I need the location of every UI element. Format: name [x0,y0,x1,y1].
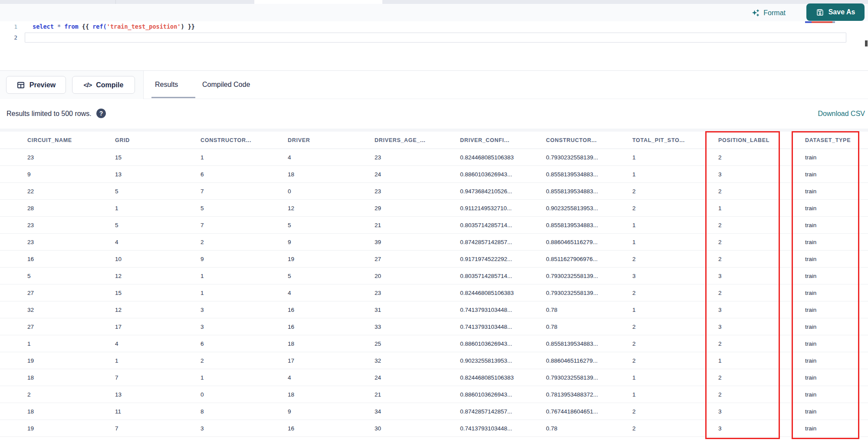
table-cell: 4 [288,154,375,161]
table-cell: 33 [375,324,460,330]
table-cell: 23 [375,290,460,296]
active-file-tab[interactable] [254,0,382,4]
table-cell: 1 [115,205,201,212]
table-row: 231514230.8244680851063830.7930232558139… [0,149,868,166]
table-cell: train [805,408,868,415]
table-cell: 1 [718,357,805,364]
table-cell: 12 [288,205,375,212]
table-cell: 0 [288,188,375,195]
table-cell: 0.8742857142857... [460,239,546,245]
table-cell: 3 [201,324,288,330]
column-header-dataset_type: DATASET_TYPE [805,137,868,143]
table-cell: 16 [288,307,375,313]
table-cell: 2 [718,222,805,228]
table-cell: 4 [288,290,375,296]
table-cell: train [805,256,868,262]
table-cell: 0.8558139534883... [546,171,632,178]
table-cell: 0.9023255813953... [546,205,632,212]
tab-results[interactable]: Results [155,71,178,99]
table-cell: 29 [375,205,460,212]
table-cell: 1 [632,307,718,313]
table-cell: 2 [632,256,718,262]
table-cell: 20 [375,273,460,279]
cursor-line-highlight [25,33,846,43]
table-cell: 0.8558139534883... [546,222,632,228]
table-cell: 0.8035714285714... [460,273,546,279]
table-cell: 31 [375,307,460,313]
table-cell: 1 [201,273,288,279]
line-number-2: 2 [0,32,17,43]
table-cell: 0.9112149532710... [460,205,546,212]
table-cell: 3 [718,273,805,279]
table-cell: 2 [718,374,805,381]
preview-button[interactable]: Preview [6,76,66,94]
table-cell: 3 [201,425,288,432]
compile-button[interactable]: </> Compile [72,76,135,94]
table-cell: 0.8860103626943... [460,391,546,398]
table-cell: 2 [201,357,288,364]
tab-strip-divider [115,0,116,4]
code-token-string: 'train_test_position' [107,23,181,30]
table-cell: 2 [718,239,805,245]
table-cell: 3 [632,273,718,279]
table-row: 271514230.8244680851063830.7930232558139… [0,284,868,301]
table-cell: 0.7674418604651... [546,408,632,415]
editor-toolbar: Format Save As [0,4,868,21]
table-cell: 24 [375,171,460,178]
table-cell: 34 [375,408,460,415]
table-cell: train [805,205,868,212]
column-header-constructor: CONSTRUCTOR... [201,137,288,143]
table-cell: 11 [115,408,201,415]
table-cell: 21 [375,222,460,228]
column-header-constructor: CONSTRUCTOR... [546,137,632,143]
table-cell: 3 [718,324,805,330]
table-row: 51215200.8035714285714...0.7930232558139… [0,268,868,284]
save-as-button[interactable]: Save As [806,3,865,21]
editor-minimap[interactable] [805,21,851,23]
table-cell: 15 [115,290,201,296]
format-button[interactable]: Format [751,7,786,20]
editor-scrollbar[interactable] [865,40,868,46]
table-cell: 2 [718,154,805,161]
download-csv-link[interactable]: Download CSV [818,110,865,118]
table-cell: 2 [632,324,718,330]
table-cell: 3 [201,307,288,313]
table-cell: 0.8558139534883... [546,188,632,195]
table-cell: 25 [375,341,460,347]
save-icon [816,8,824,17]
code-token-operator: * [57,23,61,30]
table-cell: 0 [201,391,288,398]
code-token-plain: ) }} [181,23,195,30]
table-cell: 2 [632,205,718,212]
code-token-keyword: select [33,23,54,30]
table-cell: 9 [288,408,375,415]
table-cell: 32 [375,357,460,364]
table-cell: 0.7413793103448... [460,324,546,330]
code-icon: </> [84,81,92,89]
help-icon[interactable]: ? [96,109,106,118]
table-row: 14618250.8860103626943...0.8558139534883… [0,335,868,352]
results-limit-text: Results limited to 500 rows. [7,110,92,118]
table-cell: 0.8860103626943... [460,171,546,178]
table-cell: 6 [201,171,288,178]
sql-editor[interactable]: 1 2 select * from {{ ref('train_test_pos… [0,21,868,70]
table-cell: 24 [375,374,460,381]
table-cell: 1 [632,374,718,381]
table-row: 3212316310.7413793103448...0.7813train [0,301,868,318]
tab-compiled-code[interactable]: Compiled Code [202,71,250,99]
table-cell: 0.824468085106383 [460,290,546,296]
table-cell: 9 [288,239,375,245]
preview-label: Preview [30,81,56,89]
table-cell: 0.9171974522292... [460,256,546,262]
results-table: CIRCUIT_NAMEGRIDCONSTRUCTOR...DRIVERDRIV… [0,129,868,443]
table-cell: 17 [115,324,201,330]
table-cell: 19 [27,425,115,432]
table-cell: 0.7930232558139... [546,290,632,296]
table-cell: 0.7930232558139... [546,374,632,381]
table-cell: 3 [718,425,805,432]
table-row: 23575210.8035714285714...0.8558139534883… [0,217,868,234]
table-cell: 2 [718,341,805,347]
table-cell: 2 [718,256,805,262]
table-cell: 6 [201,341,288,347]
table-cell: 13 [115,171,201,178]
